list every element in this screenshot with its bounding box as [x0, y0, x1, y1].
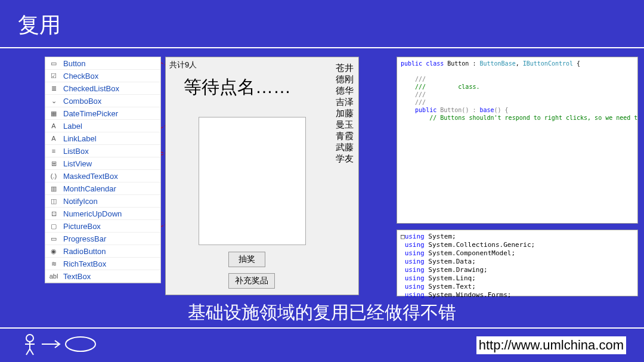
list-item[interactable]: 苍井 — [336, 62, 354, 73]
monthcalendar-icon: ▥ — [49, 184, 58, 193]
toolbox-item-label: ProgressBar — [63, 234, 106, 243]
lottery-picture-box — [199, 117, 306, 245]
toolbox-item-label: DateTimePicker — [63, 109, 118, 118]
toolbox-item-button[interactable]: ▭Button — [45, 57, 160, 70]
toolbox-item-numericupdown[interactable]: ⊡NumericUpDown — [45, 208, 160, 220]
toolbox-item-datetimepicker[interactable]: ▦DateTimePicker — [45, 107, 160, 120]
datetimepicker-icon: ▦ — [49, 109, 58, 118]
toolbox-item-listview[interactable]: ⊞ListView — [45, 157, 160, 170]
toolbox-item-label: NumericUpDown — [63, 209, 122, 218]
uml-actor-icon — [18, 332, 107, 358]
progressbar-icon: ▭ — [49, 234, 58, 243]
list-item[interactable]: 曼玉 — [336, 119, 354, 130]
footer-url: http://www.umlchina.com — [476, 336, 626, 354]
footer-bar: http://www.umlchina.com — [0, 327, 644, 362]
toolbox-item-monthcalendar[interactable]: ▥MonthCalendar — [45, 182, 160, 195]
list-item[interactable]: 吉泽 — [336, 96, 354, 107]
list-item[interactable]: 学友 — [336, 153, 354, 164]
toolbox-item-combobox[interactable]: ⌄ComboBox — [45, 95, 160, 107]
listbox-icon: ≡ — [49, 146, 58, 156]
toolbox-item-label: TextBox — [63, 272, 91, 281]
toolbox-item-textbox[interactable]: ablTextBox — [45, 270, 160, 283]
lottery-window: 共计9人 等待点名…… 苍井德刚德华吉泽加藤曼玉青霞武藤学友 抽奖 补充奖品 — [165, 57, 359, 295]
toolbox-item-label: ListBox — [63, 147, 89, 156]
code-panel-button-class: public class Button : ButtonBase, IButto… — [397, 57, 638, 224]
richtextbox-icon: ≋ — [49, 259, 58, 268]
toolbox-item-radiobutton[interactable]: ◉RadioButton — [45, 245, 160, 258]
names-listbox[interactable]: 苍井德刚德华吉泽加藤曼玉青霞武藤学友 — [336, 62, 354, 164]
toolbox-item-label: NotifyIcon — [63, 197, 98, 206]
content-area: ▭Button☑CheckBox≣CheckedListBox⌄ComboBox… — [0, 57, 644, 296]
textbox-icon: abl — [49, 271, 58, 281]
list-item[interactable]: 武藤 — [336, 141, 354, 153]
toolbox-item-label: CheckBox — [63, 72, 98, 81]
svg-point-6 — [26, 335, 33, 342]
toolbox-panel: ▭Button☑CheckBox≣CheckedListBox⌄ComboBox… — [45, 57, 161, 283]
toolbox-item-label[interactable]: ALabel — [45, 120, 160, 132]
notifyicon-icon: ◫ — [49, 196, 58, 206]
slide-title: 复用 — [0, 0, 644, 48]
svg-line-10 — [30, 349, 33, 355]
toolbox-item-checkedlistbox[interactable]: ≣CheckedListBox — [45, 82, 160, 95]
code-panel-usings: □using System; using System.Collections.… — [397, 230, 638, 296]
subtitle-text: 基础设施领域的复用已经做得不错 — [0, 301, 644, 325]
toolbox-item-label: RadioButton — [63, 247, 106, 256]
toolbox-item-label: ComboBox — [63, 97, 101, 106]
toolbox-item-label: CheckedListBox — [63, 84, 119, 93]
toolbox-item-maskedtextbox[interactable]: (.)MaskedTextBox — [45, 170, 160, 182]
toolbox-item-label: LinkLabel — [63, 134, 97, 143]
toolbox-item-label: RichTextBox — [63, 259, 106, 268]
list-item[interactable]: 加藤 — [336, 107, 354, 119]
lottery-status-label: 等待点名…… — [184, 75, 291, 100]
toolbox-item-label: PictureBox — [63, 222, 101, 231]
maskedtextbox-icon: (.) — [49, 171, 58, 181]
toolbox-item-label: MonthCalendar — [63, 184, 116, 193]
toolbox-item-label: MaskedTextBox — [63, 172, 118, 181]
toolbox-item-label: Label — [63, 122, 82, 131]
toolbox-item-listbox[interactable]: ≡ListBox — [45, 145, 160, 157]
radiobutton-icon: ◉ — [49, 246, 58, 256]
svg-point-12 — [66, 337, 95, 351]
button-icon: ▭ — [49, 58, 58, 68]
draw-button[interactable]: 抽奖 — [228, 252, 265, 267]
toolbox-item-linklabel[interactable]: ALinkLabel — [45, 132, 160, 145]
list-item[interactable]: 德华 — [336, 85, 354, 96]
checkedlistbox-icon: ≣ — [49, 83, 58, 93]
linklabel-icon: A — [49, 134, 58, 143]
listview-icon: ⊞ — [49, 159, 58, 168]
list-item[interactable]: 德刚 — [336, 73, 354, 85]
numericupdown-icon: ⊡ — [49, 209, 58, 218]
list-item[interactable]: 青霞 — [336, 130, 354, 141]
lottery-count-label: 共计9人 — [169, 60, 197, 70]
label-icon: A — [49, 121, 58, 131]
svg-line-9 — [26, 349, 30, 355]
toolbox-item-checkbox[interactable]: ☑CheckBox — [45, 70, 160, 82]
toolbox-item-picturebox[interactable]: ▢PictureBox — [45, 220, 160, 233]
refill-button[interactable]: 补充奖品 — [228, 273, 275, 289]
checkbox-icon: ☑ — [49, 71, 58, 81]
toolbox-item-label: ListView — [63, 159, 92, 168]
toolbox-item-label: Button — [63, 59, 86, 68]
picturebox-icon: ▢ — [49, 221, 58, 231]
combobox-icon: ⌄ — [49, 96, 58, 106]
toolbox-item-progressbar[interactable]: ▭ProgressBar — [45, 233, 160, 245]
toolbox-item-richtextbox[interactable]: ≋RichTextBox — [45, 258, 160, 270]
toolbox-item-notifyicon[interactable]: ◫NotifyIcon — [45, 195, 160, 208]
